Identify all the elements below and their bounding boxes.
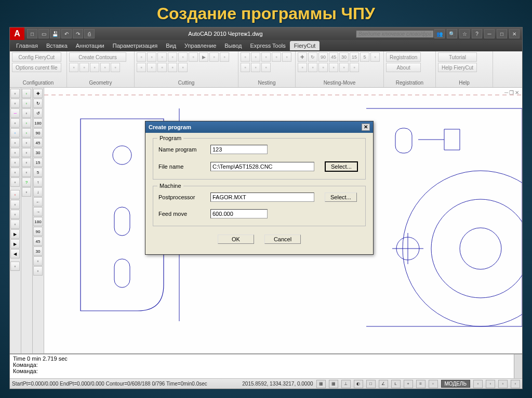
cancel-button[interactable]: Cancel xyxy=(264,235,301,244)
tc1-b10[interactable]: ▫ xyxy=(10,177,20,187)
help-fierycut-button[interactable]: Help FieryCut xyxy=(438,63,477,72)
tc3-b3[interactable]: ↺ xyxy=(33,108,43,118)
tc3-b16[interactable]: 45 xyxy=(33,237,43,246)
tc3-b8[interactable]: 15 xyxy=(33,158,43,167)
cmd-scrollbar[interactable] xyxy=(514,354,522,378)
undo-icon[interactable]: ↶ xyxy=(61,29,72,38)
tc1-b14[interactable]: ▫ xyxy=(10,219,20,229)
cutting-icon-12[interactable]: ▫ xyxy=(157,63,167,72)
search-icon[interactable]: 🔍 xyxy=(447,29,457,38)
nesting-icon-8[interactable]: ▫ xyxy=(261,63,271,72)
tc3-b2[interactable]: ↻ xyxy=(33,99,43,108)
tc3-b14[interactable]: 180 xyxy=(33,217,43,226)
ok-button[interactable]: OK xyxy=(218,235,254,244)
geometry-icon-3[interactable]: ▫ xyxy=(90,63,99,72)
tc2-b4[interactable]: ▫ xyxy=(22,118,31,128)
dialog-close-icon[interactable]: ✕ xyxy=(362,123,370,131)
model-space-button[interactable]: МОДЕЛЬ xyxy=(441,380,470,388)
nmove-icon-1[interactable]: ✚ xyxy=(298,52,307,62)
tc2-b9[interactable]: ▫ xyxy=(22,168,31,177)
save-icon[interactable]: 💾 xyxy=(50,29,60,38)
dialog-titlebar[interactable]: Create program ✕ xyxy=(145,121,373,133)
comm-icon[interactable]: ☆ xyxy=(459,29,470,38)
tab-fierycut[interactable]: FieryCut xyxy=(290,41,320,50)
feed-move-input[interactable] xyxy=(210,209,268,218)
minimize-icon[interactable]: ─ xyxy=(484,29,495,38)
tc3-b6[interactable]: 45 xyxy=(33,138,43,147)
tc1-b18[interactable]: ▫ xyxy=(10,262,20,271)
tc3-b11[interactable]: ↓ xyxy=(33,187,43,197)
nesting-icon-2[interactable]: ▫ xyxy=(251,52,260,62)
file-name-input[interactable] xyxy=(210,162,314,171)
cutting-icon-6[interactable]: ▫ xyxy=(189,52,198,62)
tc3-b13[interactable]: → xyxy=(33,207,43,216)
help-icon[interactable]: ? xyxy=(472,29,482,38)
grid-icon[interactable]: ▦ xyxy=(329,380,338,388)
tc3-b4[interactable]: 180 xyxy=(33,118,43,128)
nmove-icon-8[interactable]: ▫ xyxy=(370,52,380,62)
ducs-icon[interactable]: L xyxy=(391,380,401,388)
cutting-icon-5[interactable]: ▫ xyxy=(178,52,188,62)
tc2-b2[interactable]: ▫ xyxy=(22,99,31,108)
tab-manage[interactable]: Управление xyxy=(180,41,220,50)
nmove-icon-14[interactable]: ▫ xyxy=(350,63,359,72)
tc2-b11[interactable]: ▫ xyxy=(22,187,31,197)
tab-parametric[interactable]: Параметризация xyxy=(109,41,162,50)
otrack-icon[interactable]: ∠ xyxy=(379,380,388,388)
tc3-b7[interactable]: 30 xyxy=(33,148,43,157)
nmove-icon-2[interactable]: ↻ xyxy=(308,52,317,62)
tc3-b19[interactable]: ▫ xyxy=(33,266,43,276)
tc1-b7[interactable]: ▫ xyxy=(10,148,20,157)
nmove-icon-13[interactable]: ▫ xyxy=(339,63,349,72)
tc2-b7[interactable]: ▫ xyxy=(22,148,31,157)
nmove-icon-11[interactable]: ▫ xyxy=(318,63,328,72)
tc1-b8[interactable]: ▫ xyxy=(10,158,20,167)
tc1-b1[interactable]: ▫ xyxy=(10,89,20,98)
geometry-icon-1[interactable]: ▫ xyxy=(69,63,78,72)
cutting-icon-1[interactable]: ▫ xyxy=(137,52,146,62)
tc3-b5[interactable]: 90 xyxy=(33,128,43,138)
nmove-icon-4[interactable]: 45 xyxy=(329,52,338,62)
create-contours-button[interactable]: Create Contours xyxy=(69,52,126,62)
geometry-icon-2[interactable]: ▫ xyxy=(79,63,89,72)
cutting-icon-10[interactable]: ▫ xyxy=(137,63,146,72)
postprocessor-select-button[interactable]: Select... xyxy=(325,193,357,202)
options-current-file-button[interactable]: Options curent file xyxy=(12,63,61,72)
tc3-b17[interactable]: 30 xyxy=(33,246,43,256)
close-icon[interactable]: ✕ xyxy=(509,29,520,38)
cutting-icon-13[interactable]: ▫ xyxy=(168,63,177,72)
registration-button[interactable]: Registration xyxy=(386,52,421,62)
tab-home[interactable]: Главная xyxy=(12,41,42,50)
sb-b1[interactable]: ▫ xyxy=(473,380,483,388)
nmove-icon-5[interactable]: 30 xyxy=(339,52,349,62)
nesting-icon-5[interactable]: ▫ xyxy=(282,52,291,62)
tc1-b9[interactable]: ▫ xyxy=(10,168,20,177)
nesting-icon-4[interactable]: ▫ xyxy=(272,52,281,62)
osnap-icon[interactable]: □ xyxy=(366,380,376,388)
tc2-b5[interactable]: ▫ xyxy=(22,128,31,138)
app-logo-icon[interactable]: A xyxy=(10,28,24,40)
tc3-b1[interactable]: ✚ xyxy=(33,89,43,98)
nmove-icon-9[interactable]: ▫ xyxy=(298,63,307,72)
tc3-b15[interactable]: 90 xyxy=(33,227,43,236)
infocenter-icon[interactable]: 👥 xyxy=(434,29,445,38)
geometry-icon-5[interactable]: ▫ xyxy=(111,63,120,72)
tc3-b10[interactable]: ↑ xyxy=(33,177,43,187)
cutting-icon-4[interactable]: ▫ xyxy=(168,52,177,62)
nmove-icon-12[interactable]: ▫ xyxy=(329,63,338,72)
command-line[interactable]: Time 0 min 2.719 sec Команда: Команда: xyxy=(10,353,522,378)
maximize-icon[interactable]: □ xyxy=(497,29,507,38)
tc1-b6[interactable]: ▫ xyxy=(10,138,20,147)
nesting-icon-1[interactable]: ▫ xyxy=(241,52,250,62)
tc1-b3[interactable]: ∼ xyxy=(10,108,20,118)
tc1-b12[interactable]: ▫ xyxy=(10,200,20,209)
tc1-b4[interactable]: ▫ xyxy=(10,118,20,128)
cutting-icon-2[interactable]: ▫ xyxy=(147,52,156,62)
search-input[interactable] xyxy=(356,30,434,38)
tab-expresstools[interactable]: Express Tools xyxy=(246,41,290,50)
config-fierycut-button[interactable]: Config FieryCut xyxy=(12,52,61,62)
tc1-b15[interactable]: ▶ xyxy=(10,229,20,239)
name-program-input[interactable] xyxy=(210,145,268,154)
tutorial-button[interactable]: Tutorial xyxy=(438,52,477,62)
sb-b3[interactable]: ▫ xyxy=(498,380,508,388)
